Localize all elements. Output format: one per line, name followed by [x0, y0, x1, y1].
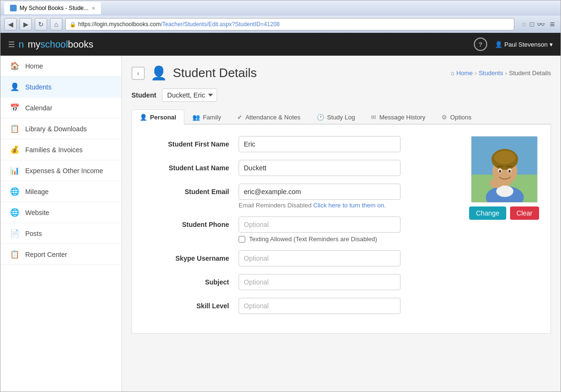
sidebar-item-report[interactable]: 📋 Report Center: [0, 244, 121, 265]
first-name-input[interactable]: [239, 136, 401, 152]
options-tab-icon: ⚙: [441, 114, 447, 121]
email-reminder: Email Reminders Disabled Click here to t…: [239, 202, 401, 209]
page-header: ‹ 👤 Student Details ⌂ Home › Students › …: [131, 65, 551, 81]
back-nav-button[interactable]: ◀: [4, 18, 17, 30]
email-reminder-text: Email Reminders Disabled: [239, 202, 311, 209]
email-reminder-link[interactable]: Click here to turn them on.: [313, 202, 386, 209]
home-icon: 🏠: [10, 61, 20, 70]
tab-message-history-label: Message History: [379, 114, 425, 121]
hamburger-icon[interactable]: ☰: [8, 40, 15, 49]
tab-options[interactable]: ⚙ Options: [433, 109, 480, 125]
address-icons: ☆ ⊡ 👓: [521, 20, 545, 28]
form-card: Change Clear Student First Name Student: [131, 125, 551, 333]
sidebar-label-website: Website: [25, 209, 49, 216]
email-input[interactable]: [239, 184, 401, 200]
skype-input[interactable]: [239, 250, 401, 266]
subject-field: [239, 274, 401, 290]
skill-label: Skill Level: [143, 298, 239, 311]
user-dropdown-icon: ▾: [550, 41, 553, 48]
breadcrumb-students[interactable]: Students: [479, 69, 503, 77]
breadcrumb-sep-1: ›: [475, 69, 477, 77]
url-base: https://login.myschoolbooks.com: [78, 21, 160, 28]
skill-input[interactable]: [239, 298, 401, 314]
personal-tab-icon: 👤: [140, 114, 147, 121]
main-content: ‹ 👤 Student Details ⌂ Home › Students › …: [122, 56, 561, 392]
sidebar-item-families[interactable]: 💰 Families & Invoices: [0, 139, 121, 160]
breadcrumb-current: Student Details: [509, 69, 551, 77]
student-selector: Student Duckett, Eric: [131, 88, 551, 102]
reload-button[interactable]: ↻: [35, 18, 47, 30]
bookmark-icon[interactable]: ☆: [521, 20, 527, 28]
browser-tab[interactable]: My School Books - Stude... ✕: [4, 2, 101, 14]
sidebar-item-home[interactable]: 🏠 Home: [0, 56, 121, 77]
user-menu[interactable]: 👤 Paul Stevenson ▾: [495, 41, 553, 48]
header-right: ? 👤 Paul Stevenson ▾: [474, 38, 553, 51]
browser-view-icon[interactable]: ⊡: [529, 20, 535, 28]
sidebar-label-library: Library & Downloads: [25, 125, 87, 133]
posts-icon: 📄: [10, 229, 20, 238]
tab-title: My School Books - Stude...: [20, 5, 89, 11]
skype-row: Skype Username: [143, 250, 539, 266]
library-icon: 📋: [10, 124, 20, 133]
tabs: 👤 Personal 👥 Family ✔ Attendance & Notes…: [131, 109, 551, 125]
sidebar-item-mileage[interactable]: 🌐 Mileage: [0, 181, 121, 202]
address-bar[interactable]: 🔒 https://login.myschoolbooks.com /Teach…: [65, 18, 514, 30]
sidebar-label-mileage: Mileage: [25, 188, 49, 196]
skill-field: [239, 298, 401, 314]
skype-field: [239, 250, 401, 266]
change-photo-button[interactable]: Change: [469, 206, 506, 220]
tab-personal-label: Personal: [150, 114, 176, 121]
sidebar-label-home: Home: [25, 62, 43, 70]
phone-input[interactable]: [239, 216, 401, 233]
user-icon: 👤: [495, 41, 502, 48]
tab-close-icon[interactable]: ✕: [91, 6, 95, 11]
student-select[interactable]: Duckett, Eric: [162, 88, 217, 102]
tab-study-log[interactable]: 🕐 Study Log: [309, 109, 363, 125]
last-name-input[interactable]: [239, 160, 401, 176]
sidebar-label-students: Students: [25, 83, 51, 91]
home-nav-button[interactable]: ⌂: [50, 18, 62, 30]
skill-row: Skill Level: [143, 298, 539, 314]
sidebar-item-calendar[interactable]: 📅 Calendar: [0, 98, 121, 118]
email-label: Student Email: [143, 184, 239, 197]
subject-label: Subject: [143, 274, 239, 287]
sidebar-item-website[interactable]: 🌐 Website: [0, 202, 121, 223]
breadcrumb-home[interactable]: Home: [456, 69, 473, 77]
reader-icon[interactable]: 👓: [537, 20, 545, 28]
browser-titlebar: My School Books - Stude... ✕: [0, 0, 561, 16]
breadcrumb-home-icon: ⌂: [451, 69, 454, 77]
url-path: /Teacher/Students/Edit.aspx?StudentID=41…: [160, 21, 280, 28]
help-button[interactable]: ?: [474, 38, 487, 51]
first-name-label: Student First Name: [143, 136, 239, 149]
logo-my: my: [28, 39, 40, 49]
phone-row: Student Phone Texting Allowed (Text Remi…: [143, 216, 539, 243]
student-photo: [471, 136, 538, 203]
sidebar-item-library[interactable]: 📋 Library & Downloads: [0, 118, 121, 139]
sidebar-label-expenses: Expenses & Other Income: [25, 167, 103, 175]
sidebar-item-students[interactable]: 👤 Students: [0, 77, 121, 98]
texting-checkbox[interactable]: [239, 236, 245, 243]
breadcrumb-sep-2: ›: [505, 69, 507, 77]
user-name: Paul Stevenson: [504, 41, 548, 48]
back-button[interactable]: ‹: [131, 67, 145, 80]
student-photo-svg: [471, 137, 538, 203]
subject-input[interactable]: [239, 274, 401, 290]
ssl-lock-icon: 🔒: [70, 21, 76, 28]
tab-attendance[interactable]: ✔ Attendance & Notes: [229, 109, 309, 125]
sidebar-item-posts[interactable]: 📄 Posts: [0, 223, 121, 244]
app-header: ☰ n myschoolbooks ? 👤 Paul Stevenson ▾: [0, 33, 561, 56]
forward-nav-button[interactable]: ▶: [20, 18, 32, 30]
tab-family[interactable]: 👥 Family: [184, 109, 229, 125]
sidebar-item-expenses[interactable]: 📊 Expenses & Other Income: [0, 160, 121, 181]
logo-books: books: [68, 39, 93, 49]
skype-label: Skype Username: [143, 250, 239, 264]
sidebar-label-families: Families & Invoices: [25, 146, 83, 154]
browser-menu-button[interactable]: ≡: [548, 20, 557, 29]
tab-options-label: Options: [450, 114, 471, 121]
svg-point-12: [508, 170, 511, 173]
clear-photo-button[interactable]: Clear: [510, 206, 539, 220]
calendar-icon: 📅: [10, 103, 20, 112]
tab-personal[interactable]: 👤 Personal: [131, 109, 184, 125]
photo-buttons: Change Clear: [469, 206, 539, 220]
tab-message-history[interactable]: ✉ Message History: [363, 109, 433, 125]
